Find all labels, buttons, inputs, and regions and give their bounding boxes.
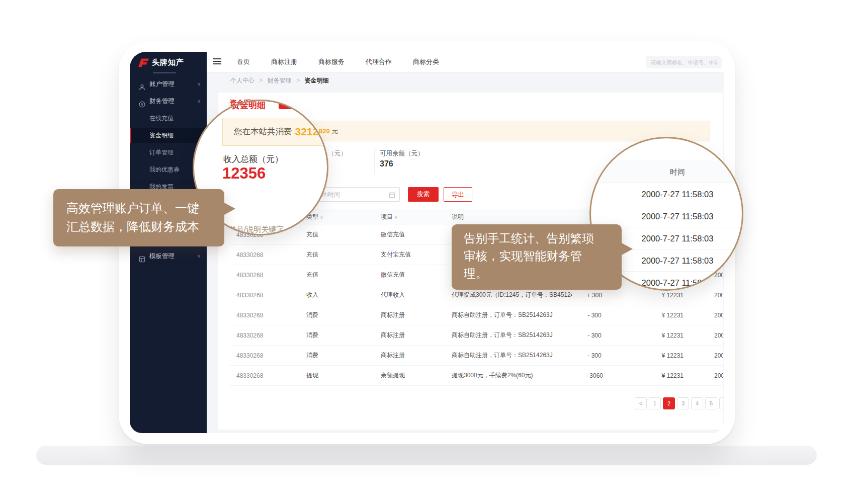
breadcrumb-finance[interactable]: 财务管理 xyxy=(268,77,292,84)
callout-right-line: 理。 xyxy=(464,265,622,283)
export-button[interactable]: 导出 xyxy=(444,187,472,202)
nav-item-agency-cooperation[interactable]: 代理合作 xyxy=(366,57,392,66)
breadcrumb-current: 资金明细 xyxy=(304,77,328,84)
nav-item-home[interactable]: 首页 xyxy=(237,57,250,66)
sidebar-item-account[interactable]: 账户管理 ∨ xyxy=(130,76,207,92)
sidebar-item-funds-detail[interactable]: 资金明细 xyxy=(130,128,207,143)
template-icon xyxy=(139,253,145,268)
pagination-prev-button[interactable]: < xyxy=(635,397,647,409)
stat-divider xyxy=(374,149,375,174)
sort-chevron-icon: ∨ xyxy=(320,215,323,220)
pagination-page-5[interactable]: 5 xyxy=(705,397,717,409)
callout-right-line: 告别手工统计、告别繁琐 xyxy=(464,230,622,247)
stat-unit-label: （元） xyxy=(328,149,347,158)
table-row: 48330268 消费 商标注册 商标自助注册，订单号：SB2514263J -… xyxy=(230,305,723,325)
brand-tagline-placeholder xyxy=(153,72,176,73)
calendar-icon[interactable] xyxy=(389,191,395,200)
breadcrumb-personal-center[interactable]: 个人中心 xyxy=(230,77,254,84)
sort-chevron-icon: ∨ xyxy=(394,215,398,220)
callout-bubble-right: 告别手工统计、告别繁琐 审核，实现智能财务管 理。 xyxy=(452,224,622,290)
search-input[interactable] xyxy=(646,56,722,68)
sidebar-item-templates[interactable]: 模板管理 ∨ xyxy=(130,248,207,264)
header-desc: 说明 xyxy=(445,213,572,221)
callout-right-line: 审核，实现智能财务管 xyxy=(464,247,622,265)
chevron-up-icon: ∧ xyxy=(197,94,201,109)
pagination-page-3[interactable]: 3 xyxy=(677,397,689,409)
pagination-page-4[interactable]: 4 xyxy=(691,397,703,409)
breadcrumb: 个人中心 > 财务管理 > 资金明细 xyxy=(207,72,724,89)
sidebar-item-finance[interactable]: 财务管理 ∧ xyxy=(130,94,207,109)
available-balance-label: 可用余额（元） xyxy=(380,149,424,158)
header-type[interactable]: 类型∨ xyxy=(300,213,374,221)
table-row: 48330268 消费 商标注册 商标自助注册，订单号：SB2514263J -… xyxy=(230,325,723,346)
header-project[interactable]: 项目∨ xyxy=(374,213,445,221)
top-navigation: 首页 商标注册 商标服务 代理合作 商标分类 xyxy=(207,52,724,72)
magnified-income-value: 12356 xyxy=(222,164,266,183)
hamburger-menu-icon[interactable] xyxy=(213,58,221,65)
available-balance-value: 376 xyxy=(380,159,393,169)
brand-name: 头牌知产 xyxy=(152,58,184,67)
laptop-base xyxy=(36,446,817,465)
page-background: 头牌知产 账户管理 ∨ 财务管理 ∧ xyxy=(0,0,853,504)
nav-item-trademark-classes[interactable]: 商标分类 xyxy=(413,57,439,66)
callout-arrow-icon xyxy=(223,202,235,215)
callout-bubble-left: 高效管理账户订单、一键 汇总数据，降低财务成本 xyxy=(53,189,224,246)
magnified-income-label: 收入总额（元） xyxy=(223,153,283,165)
brand-logo-icon xyxy=(137,58,149,67)
search-button[interactable]: 搜索 xyxy=(408,187,439,202)
chevron-down-icon: ∨ xyxy=(197,248,201,264)
pagination-page-1[interactable]: 1 xyxy=(649,397,661,409)
chevron-down-icon: ∨ xyxy=(197,76,201,92)
nav-item-trademark-services[interactable]: 商标服务 xyxy=(318,57,345,66)
table-row: 48330268 消费 商标注册 商标自助注册，订单号：SB2514263J -… xyxy=(230,346,723,366)
magnified-time-row: 2000-7-27 11:58:03 xyxy=(591,183,742,205)
callout-left-line: 汇总数据，降低财务成本 xyxy=(66,217,224,236)
nav-items: 首页 商标注册 商标服务 代理合作 商标分类 xyxy=(237,52,439,72)
logo: 头牌知产 xyxy=(137,58,184,67)
sidebar-item-online-recharge[interactable]: 在线充值 xyxy=(130,111,207,126)
callout-arrow-icon xyxy=(621,242,633,256)
callout-left-line: 高效管理账户订单、一键 xyxy=(66,199,224,217)
magnified-time-header: 时间 xyxy=(591,160,742,183)
pagination-next-button[interactable]: > xyxy=(719,397,723,409)
nav-item-trademark-register[interactable]: 商标注册 xyxy=(271,57,297,66)
pagination-page-2-active[interactable]: 2 xyxy=(663,397,675,409)
table-row: 48330268 提现 余额提现 提现3000元，手续费2%(60元) - 30… xyxy=(230,366,723,386)
